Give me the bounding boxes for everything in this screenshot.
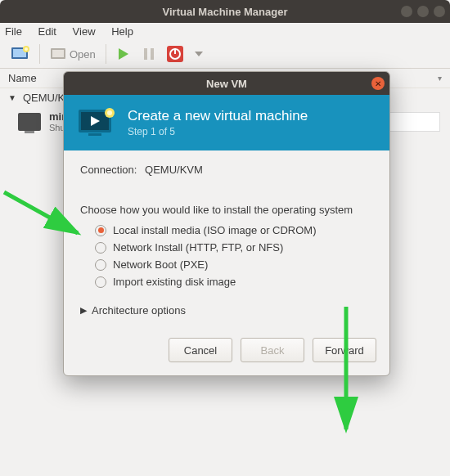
svg-point-17	[107, 110, 112, 115]
radio-label: Network Install (HTTP, FTP, or NFS)	[113, 241, 283, 254]
menu-view[interactable]: View	[73, 25, 96, 38]
radio-icon	[95, 225, 106, 236]
minimize-icon[interactable]	[401, 6, 412, 17]
new-vm-dialog: New VM ✕ Create a new virtual machine St…	[63, 71, 390, 376]
header-title: Create a new virtual machine	[128, 108, 308, 124]
monitor-play-icon	[77, 106, 116, 139]
connection-value: QEMU/KVM	[145, 164, 203, 176]
svg-marker-12	[195, 52, 203, 56]
radio-label: Local install media (ISO image or CDROM)	[113, 224, 317, 236]
cancel-label: Cancel	[184, 344, 217, 357]
dialog-header: Create a new virtual machine Step 1 of 5	[64, 95, 389, 150]
menu-help[interactable]: Help	[111, 25, 133, 38]
svg-rect-7	[144, 48, 147, 60]
radio-label: Network Boot (PXE)	[113, 258, 208, 271]
connection-row: Connection: QEMU/KVM	[80, 164, 373, 176]
radio-icon	[95, 259, 106, 271]
dialog-body: Connection: QEMU/KVM Choose how you woul…	[64, 150, 389, 328]
cancel-button[interactable]: Cancel	[169, 338, 232, 362]
radio-icon	[95, 276, 106, 288]
architecture-options[interactable]: ▶ Architecture options	[80, 304, 373, 317]
main-titlebar: Virtual Machine Manager	[0, 0, 450, 23]
pause-button[interactable]	[139, 43, 159, 65]
choose-label: Choose how you would like to install the…	[80, 204, 373, 216]
menubar: File Edit View Help	[0, 23, 450, 40]
svg-rect-18	[88, 133, 101, 136]
svg-marker-6	[119, 48, 128, 60]
menu-edit[interactable]: Edit	[38, 25, 56, 38]
open-button[interactable]: Open	[47, 43, 99, 65]
header-step: Step 1 of 5	[128, 126, 308, 137]
connection-label: Connection:	[80, 164, 137, 176]
radio-local-install[interactable]: Local install media (ISO image or CDROM)	[95, 224, 373, 236]
open-label: Open	[70, 48, 96, 61]
separator	[39, 44, 40, 64]
dialog-footer: Cancel Back Forward	[64, 328, 389, 375]
monitor-icon	[18, 113, 41, 131]
svg-rect-5	[52, 50, 64, 57]
chevron-down-icon: ▾	[438, 74, 442, 83]
forward-button[interactable]: Forward	[313, 338, 376, 362]
maximize-icon[interactable]	[417, 6, 429, 17]
radio-icon	[95, 242, 106, 254]
radio-network-install[interactable]: Network Install (HTTP, FTP, or NFS)	[95, 241, 373, 254]
back-button[interactable]: Back	[241, 338, 304, 362]
arch-label: Architecture options	[92, 304, 186, 317]
dialog-title: New VM	[206, 78, 247, 90]
toolbar: Open	[0, 40, 450, 69]
install-method-group: Local install media (ISO image or CDROM)…	[80, 224, 373, 288]
caret-down-icon: ▼	[8, 93, 16, 102]
caret-right-icon: ▶	[80, 305, 87, 316]
column-name: Name	[8, 72, 37, 84]
power-button[interactable]	[164, 43, 187, 65]
radio-label: Import existing disk image	[113, 276, 236, 288]
back-label: Back	[261, 344, 285, 357]
forward-label: Forward	[325, 344, 364, 357]
radio-import-disk[interactable]: Import existing disk image	[95, 276, 373, 288]
separator	[106, 44, 106, 64]
svg-point-3	[25, 47, 28, 51]
radio-network-boot[interactable]: Network Boot (PXE)	[95, 258, 373, 271]
window-controls	[401, 6, 445, 17]
dialog-header-text: Create a new virtual machine Step 1 of 5	[128, 108, 308, 137]
svg-rect-8	[151, 48, 154, 60]
new-vm-button[interactable]	[7, 43, 33, 65]
main-title: Virtual Machine Manager	[163, 6, 288, 18]
close-button[interactable]: ✕	[371, 77, 385, 90]
play-button[interactable]	[113, 43, 134, 65]
menu-file[interactable]: File	[5, 25, 22, 38]
close-icon[interactable]	[434, 6, 445, 17]
dropdown-icon[interactable]	[191, 43, 206, 65]
dialog-titlebar: New VM ✕	[64, 72, 389, 95]
